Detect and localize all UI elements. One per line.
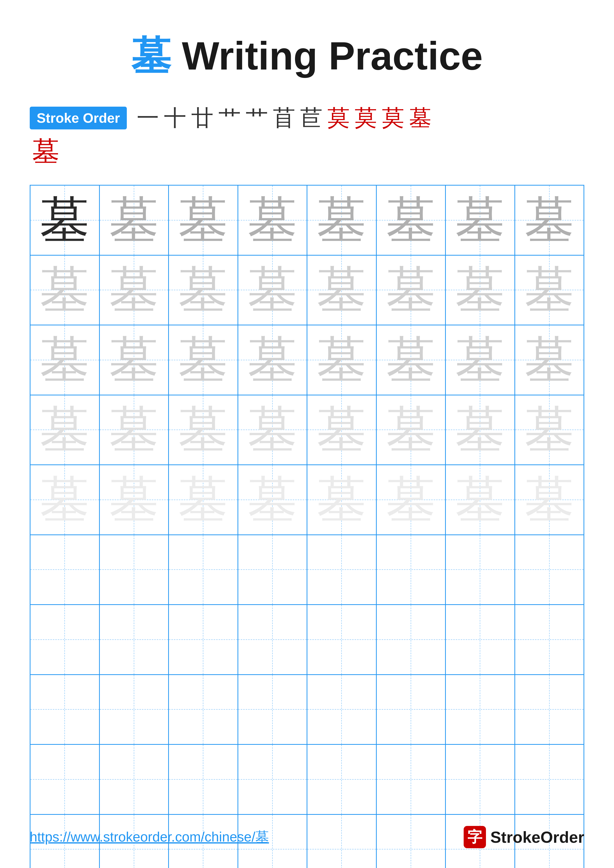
grid-cell[interactable]: 墓 bbox=[169, 465, 238, 535]
grid-cell[interactable]: 墓 bbox=[515, 326, 584, 395]
grid-cell[interactable]: 墓 bbox=[307, 395, 377, 465]
grid-cell[interactable]: 墓 bbox=[31, 395, 100, 465]
grid-cell[interactable]: 墓 bbox=[377, 465, 446, 535]
practice-char: 墓 bbox=[525, 195, 574, 245]
grid-cell[interactable]: 墓 bbox=[238, 256, 308, 325]
grid-cell[interactable]: 墓 bbox=[100, 395, 169, 465]
grid-cell[interactable] bbox=[31, 745, 100, 814]
grid-cell[interactable] bbox=[307, 535, 377, 604]
grid-row[interactable] bbox=[31, 535, 583, 605]
grid-cell[interactable]: 墓 bbox=[169, 326, 238, 395]
grid-cell[interactable] bbox=[377, 675, 446, 744]
grid-cell[interactable]: 墓 bbox=[307, 256, 377, 325]
grid-row[interactable] bbox=[31, 745, 583, 815]
footer-url[interactable]: https://www.strokeorder.com/chinese/墓 bbox=[30, 828, 269, 846]
grid-cell[interactable]: 墓 bbox=[238, 465, 308, 535]
footer-logo-icon: 字 bbox=[464, 826, 486, 848]
grid-cell[interactable] bbox=[169, 675, 238, 744]
grid-cell[interactable] bbox=[31, 535, 100, 604]
grid-cell[interactable] bbox=[100, 535, 169, 604]
practice-char: 墓 bbox=[386, 265, 436, 315]
practice-char: 墓 bbox=[248, 475, 297, 525]
grid-cell[interactable]: 墓 bbox=[100, 326, 169, 395]
grid-row[interactable]: 墓墓墓墓墓墓墓墓 bbox=[31, 326, 583, 395]
grid-cell[interactable]: 墓 bbox=[307, 326, 377, 395]
grid-row[interactable]: 墓墓墓墓墓墓墓墓 bbox=[31, 465, 583, 535]
grid-cell[interactable] bbox=[515, 675, 584, 744]
grid-cell[interactable] bbox=[377, 745, 446, 814]
grid-cell[interactable] bbox=[446, 535, 515, 604]
grid-cell[interactable] bbox=[238, 675, 308, 744]
grid-cell[interactable]: 墓 bbox=[446, 186, 515, 255]
grid-cell[interactable]: 墓 bbox=[377, 186, 446, 255]
grid-cell[interactable]: 墓 bbox=[307, 465, 377, 535]
grid-cell[interactable] bbox=[238, 745, 308, 814]
grid-cell[interactable] bbox=[238, 535, 308, 604]
stroke-order-badge: Stroke Order bbox=[30, 107, 127, 129]
stroke-char-11: 墓 bbox=[409, 103, 431, 133]
grid-cell[interactable]: 墓 bbox=[515, 465, 584, 535]
practice-char: 墓 bbox=[525, 265, 574, 315]
grid-cell[interactable]: 墓 bbox=[446, 465, 515, 535]
grid-cell[interactable] bbox=[238, 605, 308, 674]
grid-cell[interactable]: 墓 bbox=[238, 395, 308, 465]
grid-cell[interactable]: 墓 bbox=[100, 186, 169, 255]
stroke-char-9: 莫 bbox=[355, 103, 377, 133]
grid-cell[interactable]: 墓 bbox=[515, 395, 584, 465]
practice-char: 墓 bbox=[178, 475, 228, 525]
grid-cell[interactable] bbox=[377, 535, 446, 604]
grid-row[interactable]: 墓墓墓墓墓墓墓墓 bbox=[31, 395, 583, 465]
practice-char: 墓 bbox=[525, 335, 574, 385]
grid-cell[interactable]: 墓 bbox=[515, 256, 584, 325]
grid-cell[interactable] bbox=[169, 745, 238, 814]
grid-cell[interactable] bbox=[307, 605, 377, 674]
stroke-char-8: 莫 bbox=[328, 103, 350, 133]
grid-cell[interactable]: 墓 bbox=[169, 395, 238, 465]
stroke-chars: 一 十 廿 艹 艹 苜 苣 莫 莫 莫 墓 bbox=[137, 103, 431, 133]
grid-cell[interactable]: 墓 bbox=[446, 326, 515, 395]
grid-cell[interactable] bbox=[377, 605, 446, 674]
stroke-char-5: 艹 bbox=[246, 103, 268, 133]
grid-cell[interactable]: 墓 bbox=[238, 186, 308, 255]
grid-row[interactable]: 墓墓墓墓墓墓墓墓 bbox=[31, 256, 583, 326]
grid-cell[interactable]: 墓 bbox=[307, 186, 377, 255]
grid-cell[interactable] bbox=[446, 605, 515, 674]
grid-cell[interactable]: 墓 bbox=[31, 186, 100, 255]
grid-cell[interactable] bbox=[307, 675, 377, 744]
grid-row[interactable] bbox=[31, 605, 583, 675]
grid-cell[interactable] bbox=[307, 745, 377, 814]
grid-row[interactable] bbox=[31, 675, 583, 745]
grid-cell[interactable]: 墓 bbox=[31, 326, 100, 395]
practice-char: 墓 bbox=[455, 265, 505, 315]
grid-cell[interactable] bbox=[515, 605, 584, 674]
grid-cell[interactable] bbox=[446, 745, 515, 814]
grid-row[interactable]: 墓墓墓墓墓墓墓墓 bbox=[31, 186, 583, 256]
grid-cell[interactable] bbox=[100, 745, 169, 814]
grid-cell[interactable] bbox=[169, 605, 238, 674]
grid-cell[interactable] bbox=[515, 535, 584, 604]
grid-cell[interactable]: 墓 bbox=[100, 465, 169, 535]
grid-cell[interactable] bbox=[31, 675, 100, 744]
grid-cell[interactable]: 墓 bbox=[377, 395, 446, 465]
grid-cell[interactable]: 墓 bbox=[169, 256, 238, 325]
grid-cell[interactable] bbox=[100, 605, 169, 674]
grid-cell[interactable] bbox=[169, 535, 238, 604]
grid-cell[interactable]: 墓 bbox=[100, 256, 169, 325]
grid-cell[interactable] bbox=[515, 745, 584, 814]
grid-cell[interactable]: 墓 bbox=[31, 465, 100, 535]
grid-cell[interactable]: 墓 bbox=[238, 326, 308, 395]
grid-cell[interactable]: 墓 bbox=[515, 186, 584, 255]
grid-cell[interactable] bbox=[31, 605, 100, 674]
grid-cell[interactable]: 墓 bbox=[446, 395, 515, 465]
grid-cell[interactable] bbox=[446, 675, 515, 744]
practice-char: 墓 bbox=[40, 195, 89, 245]
footer: https://www.strokeorder.com/chinese/墓 字 … bbox=[30, 826, 584, 848]
grid-cell[interactable]: 墓 bbox=[31, 256, 100, 325]
grid-cell[interactable]: 墓 bbox=[377, 256, 446, 325]
grid-cell[interactable] bbox=[100, 675, 169, 744]
stroke-char-4: 艹 bbox=[218, 103, 241, 133]
grid-cell[interactable]: 墓 bbox=[377, 326, 446, 395]
practice-char: 墓 bbox=[386, 405, 436, 454]
grid-cell[interactable]: 墓 bbox=[169, 186, 238, 255]
grid-cell[interactable]: 墓 bbox=[446, 256, 515, 325]
